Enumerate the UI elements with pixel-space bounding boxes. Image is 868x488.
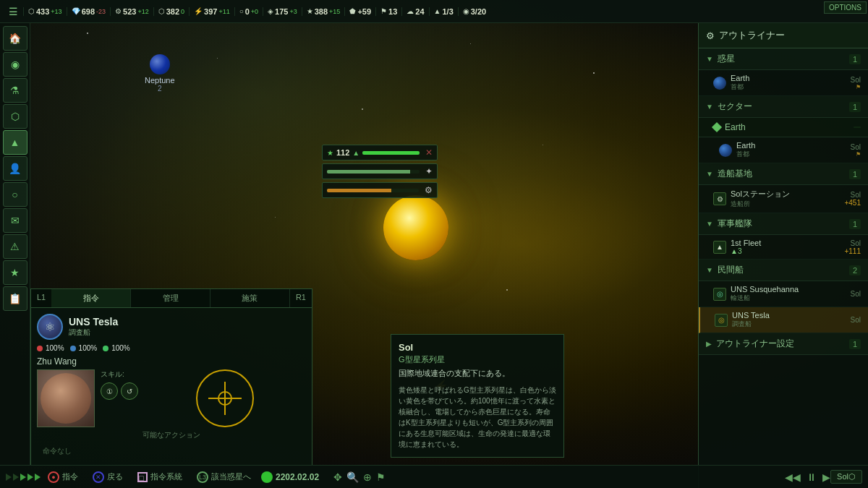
- sidebar-factions[interactable]: ★: [3, 260, 27, 285]
- sidebar-ships[interactable]: ▲: [3, 130, 27, 155]
- sectors-chevron: ▼: [706, 103, 713, 111]
- neptune-label[interactable]: Neptune 2: [145, 54, 175, 93]
- star: [87, 33, 88, 34]
- play-icon[interactable]: ▶: [822, 471, 830, 483]
- ship-health-bar: [362, 151, 420, 155]
- fleets-count: 1: [849, 219, 861, 229]
- sidebar-leaders[interactable]: 👤: [3, 156, 27, 181]
- bottom-zoom-icon[interactable]: 🔍: [346, 471, 359, 483]
- planet-l3-icon: L3: [197, 471, 208, 483]
- command-button[interactable]: ● 指令: [41, 471, 85, 483]
- outliner-item-fleet-1[interactable]: ▲ 1st Fleet ▲3 Sol +111: [699, 235, 868, 260]
- map-ship-bar-2[interactable]: ✦: [322, 163, 438, 179]
- ship-name: UNS Tesla: [69, 316, 118, 328]
- earth-sector-title: Earth: [725, 122, 746, 132]
- outliner-item-earth-2[interactable]: Earth 首都 Sol ⚑: [699, 137, 868, 163]
- outliner-item-earth-1[interactable]: Earth 首都 Sol ⚑: [699, 70, 868, 96]
- tab-stance[interactable]: 施策: [210, 289, 290, 307]
- arrow-1: [6, 474, 12, 481]
- speed-icon[interactable]: ◀◀: [785, 471, 801, 483]
- ship-panel: L1 指令 管理 施策 R1 ⚛ UNS Tesla 調査船 100% 100%: [30, 288, 312, 465]
- credits-value: 433: [36, 7, 49, 16]
- sidebar-situations[interactable]: ⚠: [3, 234, 27, 259]
- progress-arrows: [6, 474, 41, 481]
- sidebar-empire[interactable]: ⬡: [3, 104, 27, 129]
- planet-label: 該当惑星へ: [211, 471, 251, 482]
- resource-influence: ⬟ +59: [344, 7, 375, 16]
- menu-icon[interactable]: ☰: [3, 1, 23, 22]
- star: [470, 43, 471, 44]
- ship-info: ⚛ UNS Tesla 調査船 100% 100% 100% Zhu Wang: [31, 308, 312, 465]
- earth-sector-diamond: [712, 122, 722, 132]
- stat-shield: 100%: [70, 344, 98, 352]
- station-icon: ⚙: [713, 192, 726, 205]
- map-ship-bar-3[interactable]: ⚙: [322, 182, 438, 198]
- resource-science: ★ 388 +15: [302, 7, 345, 16]
- section-sectors-left: ▼ セクター: [706, 100, 752, 113]
- earth-name-2: Earth: [736, 141, 755, 150]
- outliner-item-station[interactable]: ⚙ Solステーション 造船所 Sol +451: [699, 185, 868, 213]
- section-civilian[interactable]: ▼ 民間船 2: [699, 260, 868, 281]
- orders-button[interactable]: □ 指令系統: [130, 471, 190, 482]
- commander-portrait: [37, 369, 95, 427]
- ship-power-icon: ★: [327, 149, 333, 157]
- tab-left-trigger[interactable]: L1: [31, 289, 51, 307]
- section-outliner-settings[interactable]: ▶ アウトライナー設定 1: [699, 333, 868, 355]
- minerals-value: 698: [82, 7, 95, 16]
- armor-dot: [103, 346, 109, 351]
- sidebar-map[interactable]: ◉: [3, 52, 27, 77]
- tab-command[interactable]: 指令: [51, 289, 131, 307]
- food-delta: 0: [181, 8, 184, 15]
- tab-right-trigger[interactable]: R1: [290, 289, 312, 307]
- sidebar-tech[interactable]: ⚗: [3, 78, 27, 103]
- section-settings-left: ▶ アウトライナー設定: [706, 338, 794, 350]
- stat-hull: 100%: [37, 344, 64, 352]
- back-button[interactable]: ✕ 戻る: [85, 471, 130, 483]
- pop-value: 13: [388, 7, 397, 16]
- bottom-filter-icon[interactable]: ⚑: [376, 471, 386, 483]
- consumer-icon: ○: [239, 7, 244, 15]
- sectors-count: 1: [849, 102, 861, 112]
- bottom-move-icon[interactable]: ✥: [333, 471, 342, 483]
- skill-2-icon[interactable]: ↺: [121, 382, 138, 400]
- top-bar: ☰ ⬡ 433 +13 💎 698 -23 ⚙ 523 +12 ⬡ 382 0 …: [0, 0, 868, 23]
- sidebar-contacts[interactable]: ✉: [3, 208, 27, 233]
- map-bar-2: [327, 170, 420, 174]
- section-sectors[interactable]: ▼ セクター 1: [699, 96, 868, 118]
- fleets-title: 軍事艦隊: [718, 218, 752, 230]
- sun-visual[interactable]: [383, 195, 448, 260]
- ship-avatar-icon: ⚛: [37, 314, 63, 340]
- map-ship-bar-1[interactable]: ★ 112 ▲ ✕: [322, 145, 438, 160]
- earth-flag-1: ⚑: [851, 84, 861, 90]
- susquehanna-name: UNS Susquehanna: [731, 285, 799, 294]
- sidebar-planets[interactable]: ○: [3, 182, 27, 207]
- pause-icon[interactable]: ⏸: [807, 471, 817, 483]
- section-fleets[interactable]: ▼ 軍事艦隊 1: [699, 213, 868, 235]
- sidebar-policies[interactable]: 📋: [3, 286, 27, 311]
- consumer-delta: +0: [251, 8, 258, 15]
- ship-close-button[interactable]: ✕: [425, 147, 433, 158]
- energy-value: 397: [204, 7, 217, 16]
- sidebar-home[interactable]: 🏠: [3, 26, 27, 51]
- section-planets-left: ▼ 惑星: [706, 53, 735, 65]
- outliner-item-susquehanna[interactable]: ◎ UNS Susquehanna 輸送船 Sol: [699, 281, 868, 307]
- section-civilian-left: ▼ 民間船: [706, 264, 744, 276]
- ship-power-value: 112: [336, 148, 349, 157]
- skill-1-icon[interactable]: ①: [101, 382, 118, 400]
- bottom-zoom2-icon[interactable]: ⊕: [363, 471, 372, 483]
- tooltip-body: 黄色矮星と呼ばれるG型主系列星は、白色から淡い黄色を帯びていろ。約100憶年に渡…: [399, 385, 556, 450]
- tesla-location: Sol: [851, 316, 861, 324]
- datetime-display: 2202.02.02: [276, 472, 319, 482]
- section-planets[interactable]: ▼ 惑星 1: [699, 48, 868, 70]
- minerals-delta: -23: [96, 8, 106, 15]
- skills-label: スキル:: [101, 369, 138, 380]
- section-shipyards[interactable]: ▼ 造船基地 1: [699, 163, 868, 185]
- tab-manage[interactable]: 管理: [131, 289, 210, 307]
- section-earth-sector[interactable]: Earth: [699, 118, 868, 137]
- science-value: 388: [315, 7, 328, 16]
- civilian-chevron: ▼: [706, 266, 713, 274]
- outliner-item-tesla[interactable]: ◎ UNS Tesla 調査船 Sol: [699, 307, 868, 333]
- options-button[interactable]: OPTIONS: [824, 1, 867, 14]
- planet-button[interactable]: L3 該当惑星へ: [190, 471, 258, 483]
- planets-title: 惑星: [718, 53, 735, 65]
